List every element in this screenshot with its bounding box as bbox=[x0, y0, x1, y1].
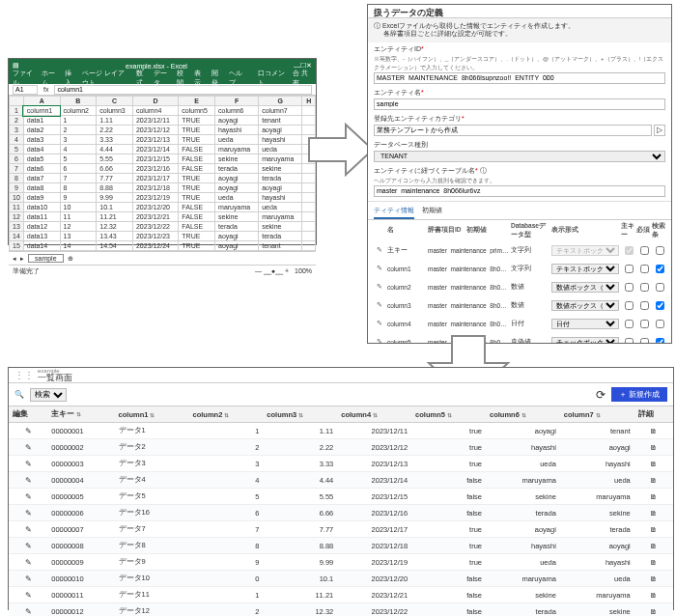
detail-icon[interactable]: 🗎 bbox=[634, 571, 673, 587]
pk-checkbox[interactable] bbox=[625, 320, 634, 328]
req-checkbox[interactable] bbox=[640, 246, 649, 255]
req-checkbox[interactable] bbox=[640, 301, 649, 310]
sheet-first-icon[interactable]: ◂ bbox=[13, 255, 16, 263]
ribbon-action[interactable]: 口コメント bbox=[258, 69, 287, 88]
column-header[interactable]: column6⇅ bbox=[486, 406, 560, 423]
ribbon-tab[interactable]: 表示 bbox=[194, 69, 206, 88]
edit-icon[interactable]: ✎ bbox=[9, 472, 47, 489]
reload-icon[interactable]: ⟳ bbox=[596, 388, 606, 402]
ribbon-tab[interactable]: ファイル bbox=[13, 69, 36, 88]
column-header[interactable]: 編集 bbox=[9, 406, 47, 423]
ribbon-tab[interactable]: 挿入 bbox=[65, 69, 76, 88]
edit-icon[interactable]: ✎ bbox=[374, 283, 385, 291]
pk-checkbox[interactable] bbox=[625, 265, 634, 273]
pk-checkbox[interactable] bbox=[625, 301, 634, 310]
edit-icon[interactable]: ✎ bbox=[9, 571, 47, 587]
sheet-prev-icon[interactable]: ▸ bbox=[20, 255, 24, 263]
table-name-input[interactable] bbox=[374, 185, 665, 197]
ribbon-tab[interactable]: ホーム bbox=[42, 69, 59, 88]
req-checkbox[interactable] bbox=[640, 320, 649, 328]
ribbon-tab[interactable]: ヘルプ bbox=[229, 69, 246, 88]
search-checkbox[interactable] bbox=[656, 320, 664, 328]
display-select[interactable]: テキストボックス bbox=[551, 245, 619, 256]
edit-icon[interactable]: ✎ bbox=[9, 554, 47, 571]
new-button[interactable]: ＋ 新規作成 bbox=[611, 387, 667, 402]
entity-name-input[interactable] bbox=[374, 98, 665, 110]
edit-icon[interactable]: ✎ bbox=[9, 603, 47, 617]
edit-icon[interactable]: ✎ bbox=[374, 265, 385, 272]
tab-entity-info[interactable]: ティティ情報 bbox=[374, 204, 414, 219]
table-row: ✎00000009データ999.992023/12/19trueuedahaya… bbox=[9, 554, 673, 571]
edit-icon[interactable]: ✎ bbox=[9, 439, 47, 456]
detail-icon[interactable]: 🗎 bbox=[634, 521, 673, 538]
search-checkbox[interactable] bbox=[656, 246, 664, 255]
display-select[interactable]: 数値ボックス（小数あり） bbox=[551, 282, 619, 293]
detail-icon[interactable]: 🗎 bbox=[634, 439, 673, 456]
display-select[interactable]: 数値ボックス（小数あり） bbox=[551, 300, 619, 311]
ribbon-tab[interactable]: 開発 bbox=[211, 69, 223, 88]
column-header[interactable]: 詳細 bbox=[634, 406, 673, 423]
edit-icon[interactable]: ✎ bbox=[9, 538, 47, 554]
display-select[interactable]: テキストボックス bbox=[551, 264, 619, 274]
status-text: 準備完了 bbox=[13, 266, 40, 276]
search-select[interactable]: 検索 bbox=[30, 388, 67, 402]
pk-checkbox[interactable] bbox=[625, 246, 634, 255]
edit-icon[interactable]: ✎ bbox=[9, 505, 47, 521]
column-header[interactable]: column4⇅ bbox=[337, 406, 411, 423]
pk-checkbox[interactable] bbox=[625, 338, 634, 344]
category-input[interactable] bbox=[374, 125, 652, 136]
column-header[interactable]: column1⇅ bbox=[115, 406, 189, 423]
detail-icon[interactable]: 🗎 bbox=[634, 456, 673, 472]
column-header[interactable]: column5⇅ bbox=[411, 406, 486, 423]
column-header[interactable]: column3⇅ bbox=[263, 406, 337, 423]
sheet-tab[interactable]: sample bbox=[28, 254, 64, 263]
edit-icon[interactable]: ✎ bbox=[9, 423, 47, 439]
edit-icon[interactable]: ✎ bbox=[374, 301, 385, 309]
display-select[interactable]: 日付 bbox=[551, 319, 619, 329]
column-header[interactable]: 主キー⇅ bbox=[47, 406, 114, 423]
search-checkbox[interactable] bbox=[656, 283, 664, 292]
req-checkbox[interactable] bbox=[640, 338, 649, 344]
ribbon-tab[interactable]: 数式 bbox=[136, 69, 148, 88]
sheet-tabs: ◂ ▸ sample ⊕ bbox=[9, 251, 316, 265]
search-checkbox[interactable] bbox=[656, 301, 664, 310]
zoom-slider[interactable]: — ⎯⎯●⎯⎯ + bbox=[255, 267, 289, 274]
pk-checkbox[interactable] bbox=[625, 283, 634, 292]
edit-icon[interactable]: ✎ bbox=[374, 246, 385, 254]
db-type-select[interactable]: TENANT bbox=[374, 151, 665, 162]
display-select[interactable]: チェックボックス bbox=[551, 337, 619, 344]
detail-icon[interactable]: 🗎 bbox=[634, 603, 673, 617]
edit-icon[interactable]: ✎ bbox=[9, 456, 47, 472]
search-icon[interactable]: 🔍 bbox=[14, 390, 24, 399]
excel-grid[interactable]: ABCDEFGH1column1column2column3column4col… bbox=[9, 96, 316, 251]
req-checkbox[interactable] bbox=[640, 265, 649, 273]
edit-icon[interactable]: ✎ bbox=[374, 320, 385, 327]
search-checkbox[interactable] bbox=[656, 265, 664, 273]
sheet-add-icon[interactable]: ⊕ bbox=[68, 255, 73, 263]
detail-icon[interactable]: 🗎 bbox=[634, 554, 673, 571]
detail-icon[interactable]: 🗎 bbox=[634, 538, 673, 554]
edit-icon[interactable]: ✎ bbox=[9, 489, 47, 505]
column-header[interactable]: column2⇅ bbox=[188, 406, 263, 423]
detail-icon[interactable]: 🗎 bbox=[634, 489, 673, 505]
column-header[interactable]: column7⇅ bbox=[560, 406, 634, 423]
edit-icon[interactable]: ✎ bbox=[9, 521, 47, 538]
edit-icon[interactable]: ✎ bbox=[374, 338, 385, 344]
category-picker-icon[interactable]: ▷ bbox=[654, 125, 665, 136]
ribbon-tab[interactable]: データ bbox=[154, 69, 171, 88]
ribbon-action[interactable]: 合 共有 bbox=[293, 69, 312, 88]
help-icon[interactable]: ⓘ bbox=[480, 167, 487, 174]
edit-icon[interactable]: ✎ bbox=[9, 587, 47, 603]
detail-icon[interactable]: 🗎 bbox=[634, 423, 673, 439]
col-name: 主キー bbox=[387, 246, 426, 255]
req-checkbox[interactable] bbox=[640, 283, 649, 292]
entity-id-input[interactable] bbox=[374, 72, 665, 84]
ribbon-tab[interactable]: 校閲 bbox=[177, 69, 188, 88]
detail-icon[interactable]: 🗎 bbox=[634, 587, 673, 603]
detail-icon[interactable]: 🗎 bbox=[634, 505, 673, 521]
ribbon-tab[interactable]: ページ レイアウト bbox=[82, 69, 130, 88]
detail-icon[interactable]: 🗎 bbox=[634, 472, 673, 489]
col-name: column2 bbox=[387, 284, 426, 291]
tab-init[interactable]: 初期値 bbox=[422, 204, 442, 219]
search-checkbox[interactable] bbox=[656, 338, 664, 344]
